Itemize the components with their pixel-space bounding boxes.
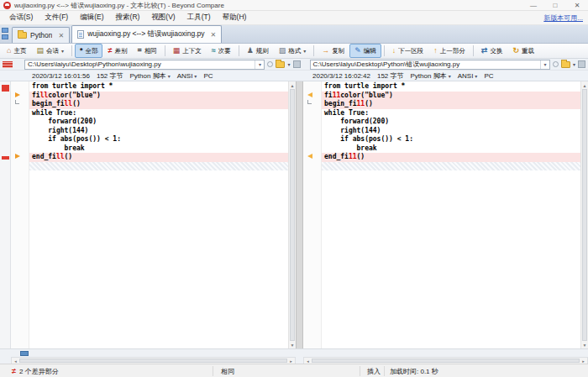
- pane-menu-icon[interactable]: [3, 61, 13, 68]
- save-icon[interactable]: [293, 60, 301, 68]
- chevron-down-icon[interactable]: ▾: [475, 73, 477, 79]
- scroll-up-icon[interactable]: ▲: [289, 81, 296, 89]
- browse-folder-icon[interactable]: [276, 61, 285, 68]
- chevron-down-icon[interactable]: ▾: [303, 48, 306, 54]
- toolbar-button-copy[interactable]: →复制: [317, 44, 349, 58]
- scroll-down-icon[interactable]: ▼: [581, 341, 588, 348]
- code-line[interactable]: fillcolor("blue"): [29, 92, 288, 101]
- scrollbar-thumb[interactable]: [582, 89, 587, 341]
- right-path-combo[interactable]: C:\Users\laiyu\Desktop\Python\错误wujiaoxi…: [310, 60, 550, 70]
- chevron-down-icon[interactable]: ▾: [449, 73, 451, 79]
- toolbar-button-differences[interactable]: ≠差别: [102, 44, 132, 58]
- chevron-down-icon[interactable]: ▾: [194, 73, 197, 79]
- tab-close-icon[interactable]: ✕: [208, 31, 217, 39]
- menu-item[interactable]: 文件(F): [39, 11, 74, 24]
- pane-mode-icon[interactable]: [20, 351, 29, 356]
- tab-list-button[interactable]: [2, 28, 10, 41]
- code-line[interactable]: break: [322, 144, 580, 154]
- browse-folder-icon[interactable]: [561, 61, 570, 68]
- scrollbar-thumb[interactable]: [19, 359, 287, 363]
- tab-active[interactable]: wujiaoxing.py <--> 错误wujiaoxing.py✕: [71, 25, 222, 43]
- maximize-button[interactable]: □: [544, 0, 566, 11]
- chevron-down-icon[interactable]: ▾: [255, 60, 264, 69]
- scroll-left-icon[interactable]: ◂: [304, 358, 312, 364]
- close-button[interactable]: ✕: [566, 0, 588, 11]
- scroll-left-icon[interactable]: ◂: [12, 358, 19, 364]
- scroll-up-icon[interactable]: ▲: [581, 81, 588, 89]
- scroll-down-icon[interactable]: ▼: [289, 341, 296, 348]
- code-line[interactable]: end_fi11(): [322, 153, 580, 162]
- toolbar-button-show-all[interactable]: *全部: [75, 44, 103, 58]
- scrollbar-thumb[interactable]: [290, 89, 295, 341]
- left-encoding-select[interactable]: ANSI▾: [177, 72, 197, 80]
- scrollbar-thumb[interactable]: [312, 359, 580, 363]
- right-format-select[interactable]: Python 脚本▾: [411, 71, 451, 81]
- toolbar-button-minor[interactable]: ≈次要: [207, 44, 236, 58]
- code-line[interactable]: fi11color("blue"): [322, 92, 580, 101]
- left-path-text[interactable]: C:\Users\laiyu\Desktop\Python\wujiaoxing…: [25, 60, 255, 68]
- code-line[interactable]: end_fill(): [29, 153, 288, 162]
- new-version-link[interactable]: 新版本可用...: [543, 13, 583, 23]
- toolbar-button-next-section[interactable]: ↓下一区段: [387, 44, 429, 58]
- minimize-button[interactable]: —: [522, 0, 544, 11]
- refresh-icon[interactable]: [553, 61, 559, 67]
- code-line[interactable]: from turtle import *: [29, 82, 288, 92]
- code-line[interactable]: while True:: [322, 109, 580, 118]
- code-line[interactable]: begin_fi11(): [322, 100, 580, 109]
- code-line[interactable]: from turtle import *: [322, 82, 580, 92]
- toolbar-button-label: 规则: [256, 47, 269, 55]
- chevron-down-icon[interactable]: ▾: [573, 61, 575, 67]
- tab-close-icon[interactable]: ✕: [55, 32, 64, 39]
- toolbar-button-format[interactable]: ▨格式▾: [274, 44, 312, 58]
- right-encoding-select[interactable]: ANSI▾: [458, 72, 478, 80]
- chevron-down-icon[interactable]: ▾: [168, 73, 171, 79]
- copy-section-left-icon[interactable]: [307, 92, 312, 97]
- menu-item[interactable]: 编辑(E): [74, 11, 109, 24]
- chevron-down-icon[interactable]: ▾: [287, 61, 290, 67]
- scroll-right-icon[interactable]: ▸: [287, 358, 295, 364]
- tab[interactable]: Python✕: [12, 27, 70, 43]
- toolbar-button-prev-section[interactable]: ↑上一部分: [428, 44, 470, 58]
- menu-item[interactable]: 帮助(H): [217, 11, 253, 24]
- right-vertical-scrollbar[interactable]: ▲ ▼: [580, 81, 588, 348]
- diff-mark[interactable]: [2, 85, 9, 92]
- menu-item[interactable]: 工具(T): [181, 11, 217, 24]
- code-line[interactable]: break: [29, 144, 288, 154]
- copy-section-left-icon[interactable]: [307, 154, 312, 159]
- right-path-text[interactable]: C:\Users\laiyu\Desktop\Python\错误wujiaoxi…: [311, 60, 540, 69]
- toolbar-button-edit[interactable]: ✎编辑: [349, 44, 381, 58]
- toolbar-button-same[interactable]: =相同: [132, 44, 161, 58]
- toolbar-button-home[interactable]: ⌂主页: [2, 44, 31, 58]
- toolbar-button-session[interactable]: ▤会话▾: [31, 44, 69, 58]
- copy-section-right-icon[interactable]: [15, 154, 20, 159]
- save-icon[interactable]: [578, 60, 585, 68]
- left-format-select[interactable]: Python 脚本▾: [130, 71, 171, 81]
- scroll-right-icon[interactable]: ▸: [580, 358, 587, 364]
- pane-splitter[interactable]: [296, 81, 303, 348]
- code-line[interactable]: right(144): [322, 127, 580, 136]
- right-code-editor[interactable]: from turtle import *fi11color("blue")beg…: [322, 81, 580, 348]
- menu-item[interactable]: 搜索(R): [110, 11, 146, 24]
- menu-item[interactable]: 视图(V): [145, 11, 181, 24]
- chevron-down-icon[interactable]: ▾: [540, 60, 549, 69]
- code-line[interactable]: right(144): [29, 127, 288, 136]
- toolbar-button-context[interactable]: ▦上下文: [168, 44, 207, 58]
- diff-mark[interactable]: [2, 156, 9, 160]
- copy-section-right-icon[interactable]: [15, 92, 20, 97]
- toolbar-button-swap[interactable]: ⇄交换: [476, 44, 508, 58]
- code-line[interactable]: begin_fill(): [29, 100, 288, 109]
- code-line[interactable]: if abs(pos()) < 1:: [29, 135, 288, 144]
- diff-overview-strip[interactable]: [0, 81, 11, 348]
- chevron-down-icon[interactable]: ▾: [61, 48, 64, 54]
- toolbar-button-reload[interactable]: ↻重载: [507, 44, 539, 58]
- left-vertical-scrollbar[interactable]: ▲ ▼: [288, 81, 296, 348]
- code-line[interactable]: while True:: [29, 109, 288, 118]
- code-line[interactable]: forward(200): [29, 118, 288, 127]
- refresh-icon[interactable]: [267, 61, 273, 67]
- code-line[interactable]: forward(200): [322, 118, 580, 127]
- left-path-combo[interactable]: C:\Users\laiyu\Desktop\Python\wujiaoxing…: [24, 60, 265, 70]
- code-line[interactable]: if abs(pos()) < 1:: [322, 135, 580, 144]
- left-code-editor[interactable]: from turtle import *fillcolor("blue")beg…: [29, 81, 288, 348]
- toolbar-button-rules[interactable]: ♟规则: [242, 44, 274, 58]
- menu-item[interactable]: 会话(S): [3, 11, 39, 24]
